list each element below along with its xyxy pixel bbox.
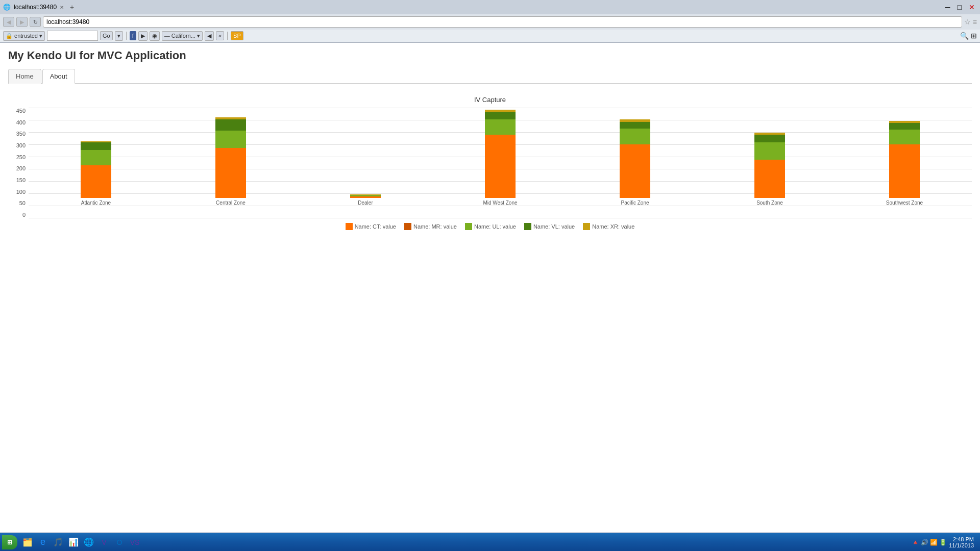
go-button[interactable]: Go: [100, 31, 113, 40]
new-tab-button[interactable]: +: [67, 2, 77, 12]
tab-favicon: 🌐: [3, 4, 11, 11]
nav-tabs: Home About: [8, 68, 972, 84]
stacked-bar-south: [754, 133, 785, 198]
address-bar[interactable]: [43, 16, 962, 28]
legend-item-xr: Name: XR: value: [583, 223, 634, 230]
page-title: My Kendo UI for MVC Application: [8, 49, 972, 62]
y-label-100: 100: [16, 189, 26, 195]
bar-segment-ul: [81, 150, 111, 165]
bar-group-south: South Zone: [702, 108, 837, 206]
stacked-bar-atlantic: [81, 141, 111, 198]
tab-close-button[interactable]: ✕: [60, 5, 64, 10]
y-label-400: 400: [16, 119, 26, 126]
bar-segment-ct: [620, 144, 650, 198]
sp-button[interactable]: SP: [231, 31, 243, 40]
chart-legend: Name: CT: value Name: MR: value Name: UL…: [8, 223, 972, 230]
search-input[interactable]: [47, 31, 98, 41]
bar-segment-vl: [81, 142, 111, 150]
legend-item-vl: Name: VL: value: [524, 223, 575, 230]
bar-segment-ct: [215, 148, 246, 198]
forward-button[interactable]: ▶: [16, 17, 28, 27]
bar-group-pacific: Pacific Zone: [568, 108, 702, 206]
stacked-bar-midwest: [485, 110, 516, 198]
entrusted-button[interactable]: 🔒 entrusted ▾: [3, 31, 45, 41]
bar-segment-ul: [620, 129, 650, 145]
bar-group-midwest: Mid West Zone: [433, 108, 568, 206]
toolbar-search-icon[interactable]: 🔍: [960, 32, 969, 40]
stacked-bar-dealer: [350, 194, 381, 198]
bar-segment-ct: [350, 196, 381, 198]
menu-icon[interactable]: ≡: [973, 18, 977, 26]
legend-label-ct: Name: CT: value: [355, 223, 396, 230]
bar-label-south: South Zone: [756, 200, 783, 206]
stacked-bar-southwest: [889, 121, 920, 198]
tab-about[interactable]: About: [42, 69, 75, 84]
legend-swatch-mr: [404, 223, 411, 230]
bar-segment-vl: [485, 112, 516, 120]
californ-button[interactable]: — Californ... ▾: [162, 31, 203, 41]
legend-item-ct: Name: CT: value: [346, 223, 396, 230]
tab-home[interactable]: Home: [8, 69, 41, 84]
legend-label-ul: Name: UL: value: [474, 223, 516, 230]
bar-label-dealer: Dealer: [358, 200, 373, 206]
bar-label-pacific: Pacific Zone: [621, 200, 649, 206]
refresh-button[interactable]: ↻: [30, 17, 41, 27]
bar-group-dealer: Dealer: [298, 108, 433, 206]
y-label-250: 250: [16, 154, 26, 160]
bar-label-southwest: Southwest Zone: [886, 200, 923, 206]
chart-area: 450 400 350 300 250 200 150 100 50 0: [8, 108, 972, 218]
bar-segment-ul: [485, 119, 516, 135]
y-label-450: 450: [16, 108, 26, 114]
legend-swatch-ct: [346, 223, 353, 230]
tab-title: localhost:39480: [14, 4, 57, 11]
close-button[interactable]: ✕: [967, 3, 977, 11]
bar-group-central: Central Zone: [163, 108, 298, 206]
facebook-icon[interactable]: f: [130, 31, 136, 40]
bar-label-atlantic: Atlantic Zone: [81, 200, 111, 206]
stacked-bar-central: [215, 117, 246, 198]
bars-row: Atlantic Zone Central Zone: [29, 108, 972, 218]
chart-container: IV Capture 450 400 350 300 250 200 150 1…: [8, 92, 972, 234]
legend-swatch-vl: [524, 223, 531, 230]
bar-segment-ct: [889, 144, 920, 198]
y-label-350: 350: [16, 131, 26, 137]
legend-swatch-ul: [465, 223, 472, 230]
back-button[interactable]: ◀: [3, 17, 14, 27]
bar-label-central: Central Zone: [216, 200, 246, 206]
bar-group-atlantic: Atlantic Zone: [29, 108, 163, 206]
chart-plot: Atlantic Zone Central Zone: [29, 108, 972, 218]
legend-label-xr: Name: XR: value: [592, 223, 634, 230]
y-label-200: 200: [16, 165, 26, 171]
bar-segment-ct: [81, 165, 111, 198]
bar-segment-vl: [215, 119, 246, 130]
bar-segment-ul: [215, 131, 246, 148]
chart-title: IV Capture: [8, 96, 972, 104]
go-dropdown[interactable]: ▾: [115, 31, 123, 41]
bar-segment-vl: [754, 135, 785, 142]
toolbar-btn-1[interactable]: ▶: [138, 31, 148, 41]
legend-label-vl: Name: VL: value: [533, 223, 575, 230]
legend-item-mr: Name: MR: value: [404, 223, 457, 230]
y-label-50: 50: [19, 200, 26, 206]
star-icon: ☆: [964, 18, 971, 26]
toolbar-settings-icon[interactable]: ⊞: [971, 32, 977, 40]
toolbar-btn-3[interactable]: ◀: [205, 31, 214, 41]
legend-swatch-xr: [583, 223, 590, 230]
minimize-button[interactable]: ─: [943, 3, 952, 11]
legend-label-mr: Name: MR: value: [413, 223, 457, 230]
y-axis: 450 400 350 300 250 200 150 100 50 0: [8, 108, 29, 218]
bar-segment-ct: [754, 160, 785, 198]
restore-button[interactable]: □: [955, 3, 964, 11]
bar-segment-vl: [889, 123, 920, 130]
bar-group-southwest: Southwest Zone: [837, 108, 972, 206]
bar-label-midwest: Mid West Zone: [483, 200, 517, 206]
y-label-300: 300: [16, 142, 26, 148]
toolbar-btn-4[interactable]: «: [216, 31, 224, 40]
toolbar-btn-2[interactable]: ◉: [150, 31, 160, 41]
bar-segment-ct: [485, 135, 516, 198]
bar-segment-ul: [889, 130, 920, 145]
legend-item-ul: Name: UL: value: [465, 223, 516, 230]
y-label-0: 0: [22, 212, 26, 218]
y-label-150: 150: [16, 177, 26, 183]
bar-segment-ul: [754, 142, 785, 160]
